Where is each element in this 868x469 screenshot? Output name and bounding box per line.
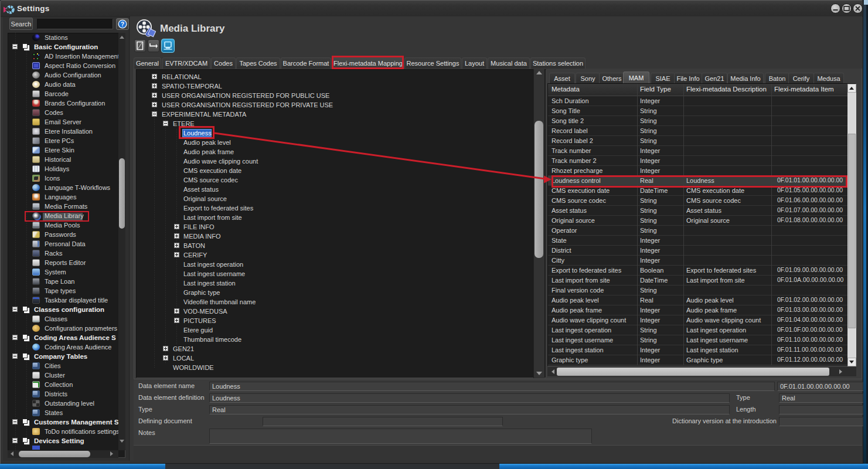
svg-text:?: ? bbox=[121, 21, 124, 28]
